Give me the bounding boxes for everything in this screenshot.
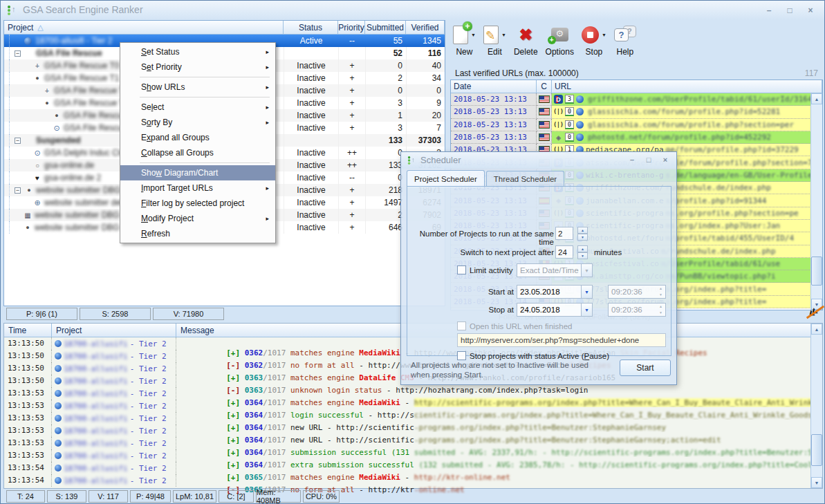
stop-time-input[interactable]: 09:20:36 ▲▼ — [608, 303, 666, 317]
url-row[interactable]: 2018-05-23 13:13 3 griffithzone.com/User… — [451, 93, 822, 106]
limit-mode-select[interactable]: Exact Date/Time ▼ — [517, 263, 593, 277]
menu-item-label: Sorty By — [141, 118, 172, 127]
column-header-project[interactable]: Project△ — [4, 21, 284, 35]
minimize-button[interactable]: – — [761, 5, 777, 17]
open-url-checkbox[interactable] — [457, 321, 466, 330]
scheduler-minimize-button[interactable]: – — [625, 155, 639, 165]
column-header-time[interactable]: Time — [4, 324, 52, 337]
urls-scrollbar[interactable]: ▲ ▼ — [810, 93, 822, 310]
maximize-button[interactable]: □ — [781, 5, 798, 17]
log-scrollbar[interactable]: ▲ ▼ — [810, 324, 822, 488]
spin-down-icon[interactable]: ▼ — [577, 252, 588, 259]
spin-down-icon[interactable]: ▼ — [656, 292, 665, 298]
help-button[interactable]: Help — [614, 22, 636, 64]
switch-after-input[interactable] — [555, 245, 573, 259]
limit-activity-checkbox[interactable] — [457, 265, 466, 274]
url-row[interactable]: 2018-05-23 13:13 0 glassischia.com/forum… — [451, 106, 822, 118]
context-menu-item[interactable]: Sorty By ▸ — [120, 115, 275, 130]
context-menu-item[interactable]: Import Target URLs ▸ — [120, 180, 275, 196]
column-header-country[interactable]: C — [537, 80, 552, 93]
start-date-select[interactable]: 23.05.2018 ▼ — [517, 285, 593, 299]
tab-thread-scheduler[interactable]: Thread Scheduler — [486, 171, 564, 187]
projects-count-stepper[interactable]: ▲▼ — [577, 227, 588, 240]
spin-up-icon[interactable]: ▲ — [656, 286, 665, 292]
new-dropdown-icon[interactable]: ▼ — [471, 32, 476, 37]
context-menu-item[interactable]: Expand all Groups ▸ — [120, 130, 275, 145]
context-menu-item[interactable]: Refresh ▸ — [120, 226, 275, 241]
context-menu-item[interactable]: Set Priority ▸ — [120, 59, 275, 75]
close-button[interactable]: × — [802, 5, 819, 17]
options-button[interactable]: Options — [546, 22, 574, 64]
time-stepper[interactable]: ▲▼ — [656, 286, 665, 298]
spin-down-icon[interactable]: ▼ — [577, 234, 588, 241]
log-row[interactable]: 13:13:54 18700-allusifi - Tier 2 [-] 036… — [4, 474, 822, 487]
tree-expander-icon[interactable]: − — [15, 187, 21, 194]
tab-project-scheduler[interactable]: Project Scheduler — [407, 170, 485, 187]
log-project-name: 18700-allusifi — [64, 414, 128, 423]
dropdown-arrow-icon[interactable]: ▼ — [581, 286, 592, 298]
column-header-url[interactable]: URL — [552, 80, 822, 93]
context-menu-item[interactable]: Show URLs ▸ — [120, 80, 275, 95]
proxy-disabled-icon[interactable] — [806, 305, 824, 320]
context-menu-item[interactable]: ▸ — [120, 160, 275, 165]
tree-expander-icon[interactable]: − — [15, 138, 21, 144]
stop-button[interactable]: ▼ Stop — [582, 22, 606, 64]
submenu-arrow-icon: ▸ — [266, 185, 269, 192]
start-time-input[interactable]: 09:20:36 ▲▼ — [608, 285, 666, 299]
scheduler-maximize-button[interactable]: □ — [642, 155, 656, 165]
spin-up-icon[interactable]: ▲ — [577, 245, 588, 252]
dropdown-arrow-icon[interactable]: ▼ — [581, 264, 592, 277]
submitted-cell: 3 — [365, 122, 406, 134]
projects-count-input[interactable] — [555, 227, 573, 240]
context-menu-item[interactable]: Filter log by selected project ▸ — [120, 196, 275, 211]
context-menu-item[interactable]: Select ▸ — [120, 100, 275, 115]
stop-date-select[interactable]: 24.05.2018 ▼ — [517, 303, 593, 317]
scroll-up-icon[interactable]: ▲ — [811, 93, 822, 104]
tree-expander-icon[interactable]: − — [15, 50, 21, 57]
scheduler-close-button[interactable]: × — [658, 155, 672, 165]
scheduler-title-bar[interactable]: Scheduler – □ × — [401, 152, 676, 169]
urls-scrollbar-thumb[interactable] — [811, 256, 822, 286]
spin-up-icon[interactable]: ▲ — [656, 304, 665, 310]
delete-button[interactable]: ✖ Delete — [514, 22, 538, 64]
project-type-icon: ⊙ — [33, 149, 42, 158]
time-stepper[interactable]: ▲▼ — [656, 304, 665, 316]
stop-dropdown-icon[interactable]: ▼ — [602, 32, 606, 37]
switch-after-stepper[interactable]: ▲▼ — [577, 245, 588, 259]
edit-dropdown-icon[interactable]: ▼ — [501, 32, 506, 37]
context-menu-item[interactable]: Collapse all Groups ▸ — [120, 145, 275, 160]
spin-down-icon[interactable]: ▼ — [656, 310, 665, 316]
context-menu-item[interactable]: Set Status ▸ — [120, 44, 275, 59]
url-row[interactable]: 2018-05-23 13:13 0 glassischia.com/forum… — [451, 119, 822, 131]
column-header-project[interactable]: Project — [52, 324, 176, 337]
stop-button-label: Stop — [586, 47, 603, 57]
context-menu-item[interactable]: ▸ — [120, 75, 275, 80]
tree-indent — [9, 35, 23, 47]
finish-url-input[interactable] — [457, 333, 666, 347]
edit-button[interactable]: ▼ Edit — [483, 22, 506, 64]
start-button[interactable]: Start — [620, 360, 671, 376]
url-country-cell — [537, 131, 552, 144]
column-header-verified[interactable]: Verified — [406, 21, 445, 35]
pause-projects-checkbox[interactable] — [457, 351, 466, 360]
tree-indent — [9, 122, 52, 134]
column-header-priority[interactable]: Priority — [338, 21, 365, 35]
spin-up-icon[interactable]: ▲ — [577, 227, 588, 234]
column-header-date[interactable]: Date — [451, 80, 537, 93]
log-scrollbar-thumb[interactable] — [811, 434, 822, 466]
scroll-down-icon[interactable]: ▼ — [811, 477, 822, 488]
new-button[interactable]: ▼ New — [453, 22, 476, 64]
dropdown-arrow-icon[interactable]: ▼ — [581, 304, 592, 316]
context-menu-item[interactable]: ▸ — [120, 95, 275, 100]
tree-indent — [9, 84, 42, 97]
column-header-status[interactable]: Status — [284, 21, 338, 35]
scroll-up-icon[interactable]: ▲ — [811, 324, 822, 335]
context-menu-item[interactable]: Modify Project ▸ — [120, 211, 275, 226]
submitted-cell: 0 — [365, 84, 406, 97]
column-header-submitted[interactable]: Submitted — [365, 21, 406, 35]
status-box: P: 9|6 (1) — [6, 308, 77, 320]
minutes-label: minutes — [594, 248, 622, 256]
start-date-value: 23.05.2018 — [517, 288, 581, 296]
context-menu-item[interactable]: Show Diagram/Chart ▸ — [120, 165, 275, 180]
url-row[interactable]: 2018-05-23 13:13 0 photostd.net/forum/pr… — [451, 131, 822, 144]
